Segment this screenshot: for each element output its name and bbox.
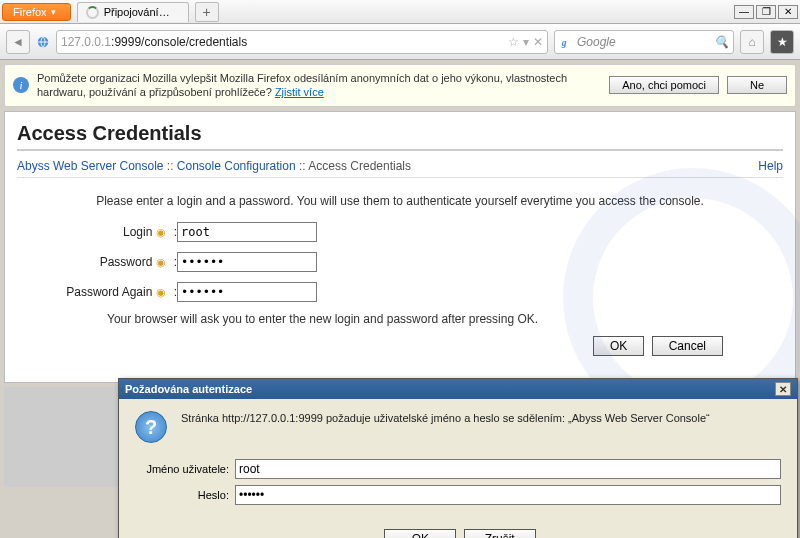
dialog-title: Požadována autentizace	[125, 383, 252, 395]
close-button[interactable]: ✕	[778, 5, 798, 19]
cancel-button[interactable]: Cancel	[652, 336, 723, 356]
svg-text:g: g	[561, 36, 567, 47]
dialog-user-input[interactable]	[235, 459, 781, 479]
question-icon: ?	[135, 411, 167, 443]
help-icon[interactable]: ◉	[156, 256, 166, 268]
info-yes-button[interactable]: Ano, chci pomoci	[609, 76, 719, 94]
home-button[interactable]: ⌂	[740, 30, 764, 54]
url-host: 127.0.0.1	[61, 35, 111, 49]
dialog-message: Stránka http://127.0.0.1:9999 požaduje u…	[181, 411, 710, 443]
info-icon: i	[13, 77, 29, 93]
ok-button[interactable]: OK	[593, 336, 644, 356]
info-link[interactable]: Zjistit více	[275, 86, 324, 98]
dialog-user-label: Jméno uživatele:	[135, 463, 235, 475]
login-input[interactable]	[177, 222, 317, 242]
help-icon[interactable]: ◉	[156, 286, 166, 298]
page-content: Access Credentials Abyss Web Server Cons…	[4, 111, 796, 383]
info-text: Pomůžete organizaci Mozilla vylepšit Moz…	[37, 71, 601, 100]
search-box[interactable]: g Google 🔍	[554, 30, 734, 54]
tab-title: Připojování…	[104, 6, 170, 18]
password-again-input[interactable]	[177, 282, 317, 302]
dialog-password-label: Heslo:	[135, 489, 235, 501]
auth-dialog: Požadována autentizace ✕ ? Stránka http:…	[118, 378, 798, 538]
bookmarks-button[interactable]: ★	[770, 30, 794, 54]
password-input[interactable]	[177, 252, 317, 272]
minimize-button[interactable]: —	[734, 5, 754, 19]
help-icon[interactable]: ◉	[156, 226, 166, 238]
dialog-titlebar[interactable]: Požadována autentizace ✕	[119, 379, 797, 399]
note-text: Your browser will ask you to enter the n…	[107, 312, 753, 326]
dialog-ok-button[interactable]: OK	[384, 529, 456, 538]
login-label: Login	[123, 225, 152, 239]
star-icon[interactable]: ☆	[508, 35, 519, 49]
breadcrumb: Abyss Web Server Console :: Console Conf…	[17, 155, 783, 178]
url-bar[interactable]: 127.0.0.1:9999/console/credentials ☆ ▾ ✕	[56, 30, 548, 54]
restore-button[interactable]: ❐	[756, 5, 776, 19]
stop-icon[interactable]: ✕	[533, 35, 543, 49]
crumb-config[interactable]: Console Configuration	[177, 159, 296, 173]
dialog-cancel-button[interactable]: Zrušit	[464, 529, 536, 538]
page-title: Access Credentials	[17, 122, 783, 151]
titlebar: Firefox Připojování… + — ❐ ✕	[0, 0, 800, 24]
search-placeholder: Google	[577, 35, 616, 49]
crumb-console[interactable]: Abyss Web Server Console	[17, 159, 164, 173]
dialog-password-input[interactable]	[235, 485, 781, 505]
url-path: :9999/console/credentials	[111, 35, 247, 49]
password-again-label: Password Again	[66, 285, 152, 299]
window-controls: — ❐ ✕	[732, 5, 798, 19]
search-icon[interactable]: 🔍	[714, 35, 729, 49]
browser-tab[interactable]: Připojování…	[77, 2, 189, 22]
new-tab-button[interactable]: +	[195, 2, 219, 22]
dropdown-icon[interactable]: ▾	[523, 35, 529, 49]
firefox-menu-button[interactable]: Firefox	[2, 3, 71, 21]
password-label: Password	[100, 255, 153, 269]
back-button[interactable]: ◄	[6, 30, 30, 54]
google-icon: g	[559, 35, 573, 49]
loading-spinner-icon	[86, 6, 99, 19]
crumb-current: Access Credentials	[308, 159, 411, 173]
instruction-text: Please enter a login and a password. You…	[47, 194, 753, 208]
dialog-close-button[interactable]: ✕	[775, 382, 791, 396]
navbar: ◄ 127.0.0.1:9999/console/credentials ☆ ▾…	[0, 24, 800, 60]
help-link[interactable]: Help	[758, 159, 783, 173]
info-bar: i Pomůžete organizaci Mozilla vylepšit M…	[4, 64, 796, 107]
info-no-button[interactable]: Ne	[727, 76, 787, 94]
globe-icon	[36, 35, 50, 49]
